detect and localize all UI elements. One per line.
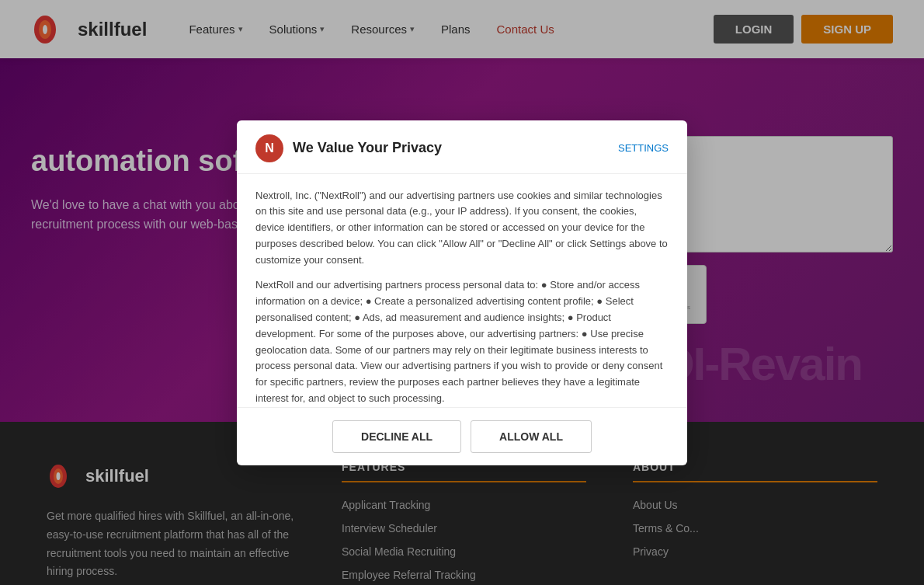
modal-logo-icon: N xyxy=(255,134,283,162)
modal-para-2: NextRoll and our advertising partners pr… xyxy=(255,277,669,406)
privacy-modal: N We Value Your Privacy SETTINGS Nextrol… xyxy=(237,120,687,465)
modal-title: We Value Your Privacy xyxy=(293,140,442,156)
modal-settings-link[interactable]: SETTINGS xyxy=(618,142,669,154)
decline-all-button[interactable]: DECLINE ALL xyxy=(332,420,461,453)
modal-footer: DECLINE ALL ALLOW ALL xyxy=(237,407,687,465)
modal-overlay: N We Value Your Privacy SETTINGS Nextrol… xyxy=(0,0,924,585)
modal-para-1: Nextroll, Inc. ("NextRoll") and our adve… xyxy=(255,188,669,269)
allow-all-button[interactable]: ALLOW ALL xyxy=(471,420,592,453)
modal-header: N We Value Your Privacy SETTINGS xyxy=(237,120,687,174)
modal-body: Nextroll, Inc. ("NextRoll") and our adve… xyxy=(237,174,687,407)
modal-header-left: N We Value Your Privacy xyxy=(255,134,442,162)
